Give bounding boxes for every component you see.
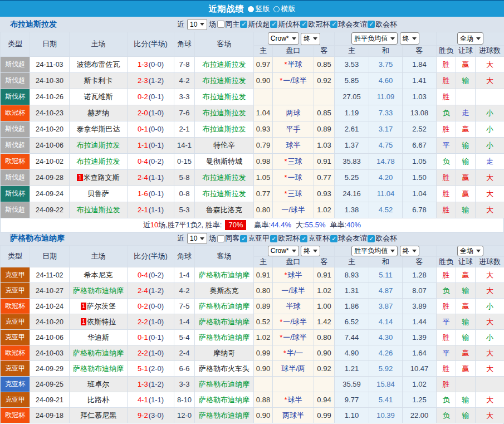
avg-draw-odds: 5.92 xyxy=(369,361,403,377)
checkbox-checked-icon[interactable]: ✓ xyxy=(300,235,307,242)
col-odds-line: 盘口 xyxy=(273,257,314,267)
avg-home-odds: 5.25 xyxy=(335,169,369,186)
league-filter-checkbox[interactable]: ✓斯伐杯 xyxy=(270,20,300,30)
col-date: 日期 xyxy=(30,245,70,267)
handicap-home-odds: 0.88 xyxy=(254,392,273,408)
home-team: 1米查路文斯 xyxy=(70,169,128,186)
avg-draw-odds: 4.26 xyxy=(369,345,403,361)
score: 2-4(1-1) xyxy=(128,169,174,186)
odds-provider-select[interactable]: Crow* xyxy=(268,32,299,45)
odds-time-select[interactable]: 终 xyxy=(301,246,320,256)
handicap-away-odds xyxy=(314,377,335,392)
mean-time-select[interactable]: 终 xyxy=(400,246,419,256)
away-team: 奥斯杰克 xyxy=(195,283,254,299)
league-filter-checkbox[interactable]: ✓斯伐超 xyxy=(240,20,270,30)
match-date: 24-10-23 xyxy=(30,105,70,121)
checkbox-unchecked-icon[interactable] xyxy=(217,21,224,28)
radio-selected-icon[interactable] xyxy=(248,6,254,12)
league-badge: 欧冠杯 xyxy=(1,153,30,169)
avg-away-odds: 8.07 xyxy=(403,283,437,299)
handicap-home-odds: 1.02 xyxy=(254,330,273,345)
team-filter-bar: 布拉迪斯拉发 近 10 场 同主 ✓斯伐超✓斯伐杯✓欧冠杯✓球会友谊✓欧会杯 xyxy=(0,17,504,32)
league-filter-checkbox[interactable]: ✓球会友谊 xyxy=(330,20,367,30)
dropdown-caret-icon xyxy=(292,37,296,40)
handicap-result-cell: 输 xyxy=(456,202,476,218)
avg-away-odds: 1.41 xyxy=(403,72,437,89)
corners: 4-2 xyxy=(174,283,195,299)
checkbox-checked-icon[interactable]: ✓ xyxy=(270,235,277,242)
handicap-result-cell: 走 xyxy=(456,105,476,121)
league-filter-checkbox[interactable]: ✓克亚甲 xyxy=(240,233,270,243)
layout-radio-vertical[interactable]: 竖版 xyxy=(248,4,270,14)
score: 1-3(1-2) xyxy=(128,377,174,392)
scope-group-header: 全场 xyxy=(437,245,504,257)
home-team: 诺瓦维斯 xyxy=(70,89,128,105)
checkbox-checked-icon[interactable]: ✓ xyxy=(330,21,337,28)
mean-odds-select[interactable]: 胜平负均值 xyxy=(351,32,398,45)
checkbox-checked-icon[interactable]: ✓ xyxy=(270,21,277,28)
checkbox-checked-icon[interactable]: ✓ xyxy=(368,21,375,28)
scope-select[interactable]: 全场 xyxy=(457,32,483,45)
match-count-select[interactable]: 10 xyxy=(187,19,207,30)
checkbox-checked-icon[interactable]: ✓ xyxy=(368,235,375,242)
league-badge: 斯伐超 xyxy=(1,137,30,153)
league-filter-checkbox[interactable]: ✓欧冠杯 xyxy=(300,20,330,30)
handicap-away-odds: 1.00 xyxy=(314,299,335,314)
mean-odds-select[interactable]: 胜平负均值 xyxy=(351,246,398,256)
team-name: 布拉迪斯拉发 xyxy=(10,20,177,30)
handicap-home-odds: 0.90 xyxy=(254,408,273,423)
dropdown-caret-icon xyxy=(412,37,417,40)
radio-unselected-icon[interactable] xyxy=(273,6,280,12)
match-date: 24-10-06 xyxy=(30,330,70,345)
odds-time-select[interactable]: 终 xyxy=(301,33,320,45)
avg-home-odds: 8.93 xyxy=(335,267,369,283)
avg-draw-odds: 4.14 xyxy=(369,314,403,330)
corners: 1-4 xyxy=(174,267,195,283)
scope-select[interactable]: 全场 xyxy=(457,246,483,256)
handicap-result-cell: 赢 xyxy=(456,121,476,137)
league-badge: 欧冠杯 xyxy=(1,408,30,423)
layout-radio-horizontal[interactable]: 横版 xyxy=(273,4,296,14)
league-filter-checkbox[interactable]: ✓克亚杯 xyxy=(300,233,330,243)
away-team: 曼彻斯特城 xyxy=(195,153,254,169)
handicap-away-odds: 1.02 xyxy=(314,283,335,299)
match-date: 24-09-28 xyxy=(30,169,70,186)
avg-draw-odds: 11.04 xyxy=(369,186,403,202)
odds-provider-select[interactable]: Crow* xyxy=(268,246,299,256)
checkbox-checked-icon[interactable]: ✓ xyxy=(330,235,337,242)
checkbox-checked-icon[interactable]: ✓ xyxy=(300,21,307,28)
match-date: 24-09-18 xyxy=(30,408,70,423)
match-count-select[interactable]: 10 xyxy=(187,233,207,244)
handicap-line: *三球 xyxy=(273,153,314,169)
mean-time-select[interactable]: 终 xyxy=(400,32,419,45)
handicap-away-odds: 0.92 xyxy=(314,72,335,89)
league-badge: 克亚甲 xyxy=(1,267,30,283)
avg-away-odds: 1.25 xyxy=(403,392,437,408)
home-team: 布拉迪斯拉发 xyxy=(70,202,128,218)
checkbox-unchecked-icon[interactable] xyxy=(217,235,224,242)
match-row: 欧冠杯24-09-18拜仁慕尼黑9-2(3-0)12-0萨格勒布迪纳摩0.90两… xyxy=(1,408,504,423)
same-venue-checkbox[interactable]: 同客 xyxy=(217,233,239,243)
league-filter-checkbox[interactable]: ✓欧会杯 xyxy=(368,20,397,30)
match-row: 欧冠杯24-10-23赫罗纳2-0(1-0)7-6布拉迪斯拉发1.04两球0.8… xyxy=(1,105,504,121)
avg-home-odds: 2.61 xyxy=(335,121,369,137)
checkbox-checked-icon[interactable]: ✓ xyxy=(240,21,247,28)
handicap-away-odds: 0.85 xyxy=(314,56,335,72)
score: 5-1(2-0) xyxy=(128,361,174,377)
col-date: 日期 xyxy=(30,32,70,57)
league-filter-checkbox[interactable]: ✓欧会杯 xyxy=(368,233,397,243)
same-venue-checkbox[interactable]: 同主 xyxy=(217,20,239,30)
avg-draw-odds: 3.87 xyxy=(369,299,403,314)
col-away: 客场 xyxy=(195,245,254,267)
match-date: 24-10-20 xyxy=(30,121,70,137)
goals-result-cell: 大 xyxy=(476,345,504,361)
away-team: 布拉迪斯拉发 xyxy=(195,186,254,202)
handicap-line: 两球 xyxy=(273,105,314,121)
handicap-home-odds: 0.91 xyxy=(254,267,273,283)
league-badge: 斯伐杯 xyxy=(1,186,30,202)
checkbox-checked-icon[interactable]: ✓ xyxy=(240,235,247,242)
league-filter-checkbox[interactable]: ✓球会友谊 xyxy=(330,233,367,243)
corners: 0-8 xyxy=(174,186,195,202)
league-filter-checkbox[interactable]: ✓欧冠杯 xyxy=(270,233,300,243)
handicap-home-odds: 0.97 xyxy=(254,56,273,72)
